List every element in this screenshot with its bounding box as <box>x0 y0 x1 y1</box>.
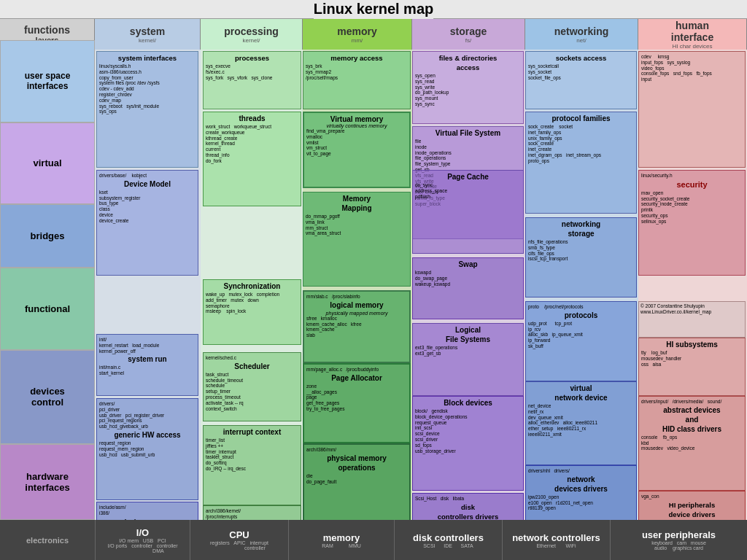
memory-mapping-title: Memory <box>306 195 408 203</box>
swap-box: Swap kswapd do_swap_page wakeup_kswapd <box>412 257 524 319</box>
disk-controllers-box: Scsi_Host disk libata disk controllers d… <box>412 493 524 520</box>
layer-bridges: bridges <box>0 204 95 268</box>
security-box: linux/security.h security mav_open secur… <box>638 170 746 276</box>
generic-hw-access-title: generic HW access <box>99 431 196 439</box>
threads-title: threads <box>206 114 298 122</box>
memory-access-box: memory access sys_brk sys_mmap2 /proc/se… <box>303 51 411 109</box>
virtual-memory-title: Virtual memory <box>306 115 407 123</box>
protocol-families-title: protocol families <box>528 114 634 122</box>
elec-disk-section: disk controllers SCSI IDE SATA <box>394 520 502 560</box>
block-devices-title: Block devices <box>415 399 521 407</box>
network-devices-drivers-box: drivers/nhl drivers/ network devices dri… <box>525 465 637 520</box>
scheduler-title: Scheduler <box>206 362 298 370</box>
security-title: security <box>641 180 743 189</box>
electronics-label: electronics <box>0 536 95 545</box>
sockets-access-box: sockets access sys_socketcall sys_socket… <box>525 51 637 109</box>
page-cache-title: Page Cache <box>415 173 521 181</box>
abstract-devices-title: abstract devices <box>641 406 743 414</box>
disk-controllers-title: disk <box>415 503 521 511</box>
layer-devices: devices control <box>0 350 95 445</box>
electronics-bar: electronics I/O I/O mem USB PCI I/O port… <box>0 520 747 560</box>
elec-cpu-section: CPU registers APIC interrupt controller <box>190 520 288 560</box>
elec-peripherals-section: user peripherals keyboard cam mouse audi… <box>610 520 747 560</box>
content-area: system interfaces linux/syscalls.h asm-i… <box>95 50 747 520</box>
interrupt-context-title: interrupt context <box>206 428 298 436</box>
networking-storage-box: networking storage nfs_file_operations s… <box>525 217 637 298</box>
logical-fs-box: Logical File Systems ext3_file_operation… <box>412 323 524 396</box>
layer-userspace: user space interfaces <box>0 40 95 122</box>
system-run-box: init/ kernel_restart load_module kernel_… <box>96 334 198 396</box>
device-model-title: Device Model <box>99 180 196 188</box>
elec-memory-section: memory RAM MMU <box>288 520 394 560</box>
generic-hw-access-box: drivers/ pci_driver usb_driver pci_regis… <box>96 398 198 500</box>
page-container: Linux kernel map functions layers system… <box>0 0 747 560</box>
system-interfaces-box: system interfaces linux/syscalls.h asm-i… <box>96 51 198 168</box>
protocol-families-box: protocol families sock_create socket ine… <box>525 112 637 214</box>
memory-mapping-box: Memory Mapping do_mmap_pgoff vma_link mm… <box>303 192 411 287</box>
block-devices-box: Block devices block/ gendisk block_devic… <box>412 396 524 491</box>
cpu-specific-box: arch/i386/kernel/ /proc/interrupts CPU s… <box>203 505 301 520</box>
network-devices-drivers-title: network <box>528 475 634 483</box>
synchronization-title: Synchronization <box>206 282 298 290</box>
copyright-box: © 2007 Constantine Shulyupin www.LinuxDr… <box>638 301 746 338</box>
hi-subsystems-title: HI subsystems <box>641 341 743 349</box>
vfs-title: Virtual File System <box>415 129 521 137</box>
hi-char-devices-box: cdev kmsg input_fops sys_syslog video_fo… <box>638 51 746 168</box>
col-header-human: human interface HI char devices <box>638 19 747 50</box>
virtual-network-device-box: virtual network device net_device netif_… <box>525 381 637 465</box>
hi-peripherals-box: vga_con HI peripherals device drivers i8… <box>638 491 746 520</box>
device-model-box: drivers/base/ kobject Device Model kset … <box>96 170 198 276</box>
system-interfaces-title: system interfaces <box>99 54 196 62</box>
virtual-network-device-title: virtual <box>528 384 634 392</box>
page-title: Linux kernel map <box>314 0 434 20</box>
physical-memory-title: physical memory <box>306 454 407 462</box>
col-header-memory: memory mm/ <box>303 19 412 50</box>
networking-storage-title: networking <box>528 220 634 228</box>
logical-memory-title: logical memory <box>306 301 407 309</box>
files-directories-title: files & directories <box>415 54 521 62</box>
virtual-memory-box: Virtual memory virtually continues memor… <box>303 112 411 188</box>
protocols-box: proto /proc/net/protocols protocols udp_… <box>525 301 637 381</box>
layer-virtual: virtual <box>0 122 95 205</box>
col-header-system: system kernel/ <box>95 19 201 50</box>
layer-functional: functional <box>0 268 95 350</box>
hi-subsystems-box: HI subsystems tty log_buf mousedev_handl… <box>638 338 746 396</box>
abstract-devices-box: drivers/input/ /drivers/media/ sound/ ab… <box>638 396 746 491</box>
processes-title: processes <box>206 54 298 62</box>
col-header-processing: processing kernel/ <box>201 19 303 50</box>
physical-memory-box: arch/i386/mm/ physical memory operations… <box>303 443 411 520</box>
page-cache-box: Page Cache do_sync address_space pdflush <box>412 170 524 254</box>
devices-access-box: include/asm/ i386/ devices access and bu… <box>96 502 198 520</box>
threads-box: threads work_struct workqueue_struct cre… <box>203 112 301 206</box>
scheduler-box: kernel/sched.c Scheduler task_struct sch… <box>203 352 301 421</box>
logical-memory-box: mm/slab.c /proc/slabinfo logical memory … <box>303 290 411 363</box>
memory-access-title: memory access <box>306 54 408 62</box>
files-directories-box: files & directories access sys_open sys_… <box>412 51 524 124</box>
title-bar: Linux kernel map <box>0 0 747 19</box>
swap-title: Swap <box>415 260 521 268</box>
logical-fs-title: Logical <box>415 326 521 334</box>
left-labels: user space interfaces virtual bridges fu… <box>0 40 95 520</box>
elec-network-section: network controllers Ethernet WiFi <box>502 520 610 560</box>
col-header-networking: networking net/ <box>525 19 638 50</box>
synchronization-box: Synchronization wake_up mutex_lock compl… <box>203 279 301 345</box>
sockets-access-title: sockets access <box>528 54 634 62</box>
hi-peripherals-title: HI peripherals <box>641 501 743 509</box>
elec-io-section: I/O I/O mem USB PCI I/O ports controller… <box>95 520 190 560</box>
interrupt-context-box: interrupt context timer_list jiffies ++ … <box>203 425 301 505</box>
protocols-title: protocols <box>528 311 634 319</box>
processes-box: processes sys_execve fs/exec.c sys_fork … <box>203 51 301 109</box>
col-header-storage: storage fs/ <box>412 19 525 50</box>
page-allocator-title: Page Allocator <box>306 374 407 382</box>
header-row: functions layers system kernel/ processi… <box>0 19 747 50</box>
system-run-title: system run <box>99 355 196 363</box>
layer-hardware: hardware interfaces <box>0 444 95 520</box>
page-allocator-box: mm/page_alloc.c /proc/buddyinfo Page All… <box>303 363 411 443</box>
